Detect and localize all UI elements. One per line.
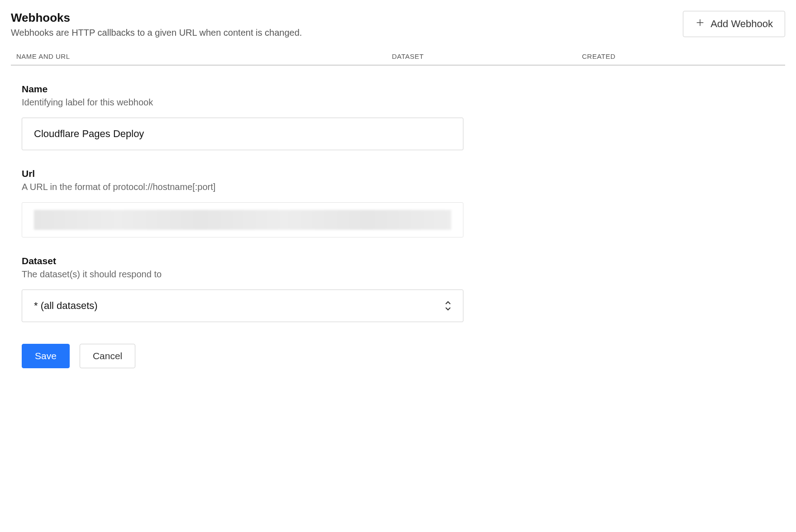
url-redacted-content xyxy=(34,210,451,230)
url-label: Url xyxy=(22,168,463,179)
name-input[interactable] xyxy=(22,118,463,150)
column-name-url: NAME AND URL xyxy=(16,52,392,60)
table-header: NAME AND URL DATASET CREATED xyxy=(11,52,785,66)
name-help: Identifying label for this webhook xyxy=(22,97,463,108)
page-subtitle: Webhooks are HTTP callbacks to a given U… xyxy=(11,28,302,38)
add-webhook-button[interactable]: Add Webhook xyxy=(683,11,785,37)
save-button[interactable]: Save xyxy=(22,344,70,368)
column-dataset: DATASET xyxy=(392,52,582,60)
add-webhook-label: Add Webhook xyxy=(710,18,773,30)
dataset-select[interactable]: * (all datasets) xyxy=(22,290,463,322)
url-input[interactable] xyxy=(22,202,463,238)
page-title: Webhooks xyxy=(11,11,302,25)
url-help: A URL in the format of protocol://hostna… xyxy=(22,182,463,192)
cancel-button[interactable]: Cancel xyxy=(80,344,135,368)
plus-icon xyxy=(695,18,705,30)
name-label: Name xyxy=(22,84,463,95)
dataset-help: The dataset(s) it should respond to xyxy=(22,269,463,280)
dataset-label: Dataset xyxy=(22,256,463,266)
column-created: CREATED xyxy=(582,52,785,60)
